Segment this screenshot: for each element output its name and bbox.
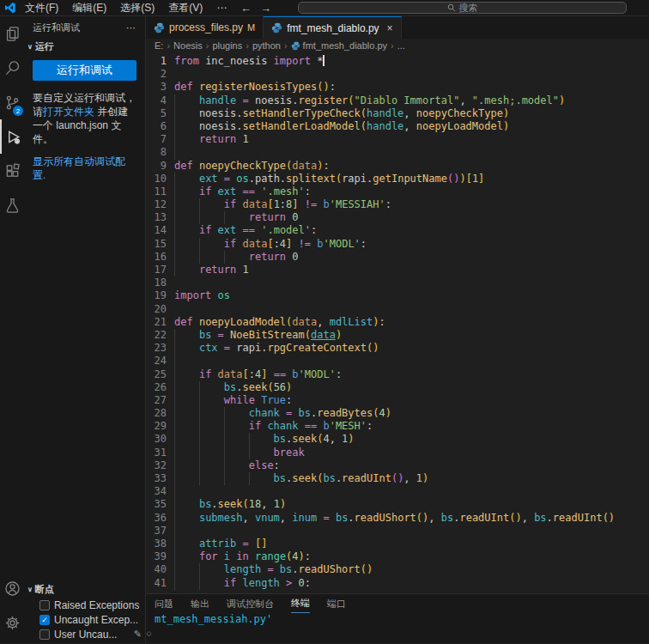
breadcrumb-item[interactable]: Noesis bbox=[173, 40, 203, 51]
code-line[interactable]: 27 while True: bbox=[146, 394, 649, 407]
code-line[interactable]: 40 length = bs.readUShort() bbox=[146, 563, 649, 576]
code-line[interactable]: 35 bs.seek(18, 1) bbox=[146, 498, 649, 511]
code-line[interactable]: 10 ext = os.path.splitext(rapi.getInputN… bbox=[146, 173, 649, 185]
panel-tab-problems[interactable]: 问题 bbox=[155, 594, 173, 613]
line-number[interactable]: 40 bbox=[146, 563, 167, 576]
code-line[interactable]: 16 return 0 bbox=[146, 251, 649, 264]
search-sidebar-icon[interactable] bbox=[0, 51, 24, 85]
code-line[interactable]: 26 bs.seek(56) bbox=[146, 381, 649, 394]
line-number[interactable]: 35 bbox=[146, 498, 167, 511]
checkbox-uncaught-exceptions[interactable]: ✓ bbox=[39, 615, 50, 625]
line-number[interactable]: 21 bbox=[146, 316, 167, 329]
menu-edit[interactable]: 编辑(E) bbox=[65, 1, 113, 15]
line-number[interactable]: 28 bbox=[146, 407, 167, 420]
source-control-icon[interactable]: 2 bbox=[0, 85, 24, 119]
code-line[interactable]: 28 chank = bs.readBytes(4) bbox=[146, 407, 649, 420]
line-number[interactable]: 13 bbox=[146, 211, 167, 224]
checkbox-raised-exceptions[interactable] bbox=[39, 600, 50, 611]
breakpoint-row-uncaught-exceptions[interactable]: ✓ Uncaught Excep... bbox=[24, 612, 145, 627]
line-number[interactable]: 31 bbox=[146, 447, 167, 459]
back-icon[interactable]: ← bbox=[240, 2, 252, 15]
code-line[interactable]: 12 if data[1:8] != b'MESSIAH': bbox=[146, 198, 649, 211]
breakpoint-row-user-uncaught[interactable]: User Uncau... ✎ bbox=[24, 627, 145, 641]
line-number[interactable]: 2 bbox=[146, 68, 167, 81]
tab-fmt-mesh-diablo[interactable]: fmt_mesh_diablo.py × bbox=[264, 16, 401, 39]
settings-gear-icon[interactable] bbox=[0, 605, 24, 640]
code-line[interactable]: 39 for i in range(4): bbox=[146, 550, 649, 563]
code-line[interactable]: 38 attrib = [] bbox=[146, 538, 649, 550]
line-number[interactable]: 19 bbox=[146, 289, 167, 302]
edit-pencil-icon[interactable]: ✎ bbox=[134, 629, 142, 640]
line-number[interactable]: 27 bbox=[146, 394, 167, 407]
line-number[interactable]: 26 bbox=[146, 381, 167, 394]
command-decoration-icon[interactable]: ○ bbox=[147, 627, 151, 640]
line-number[interactable]: 6 bbox=[146, 120, 167, 133]
line-number[interactable]: 25 bbox=[146, 368, 167, 381]
run-and-debug-button[interactable]: 运行和调试 bbox=[33, 60, 136, 81]
code-line[interactable]: 4 handle = noesis.register("Diablo Immor… bbox=[146, 94, 649, 107]
line-number[interactable]: 24 bbox=[146, 355, 167, 368]
terminal[interactable]: mt_mesh_messiah.py' ○ PS E:\Noesis\plugi… bbox=[146, 613, 649, 644]
code-line[interactable]: 19import os bbox=[146, 289, 649, 302]
menu-overflow[interactable]: ⋯ bbox=[209, 2, 234, 14]
menu-file[interactable]: 文件(F) bbox=[18, 1, 65, 15]
line-number[interactable]: 16 bbox=[146, 251, 167, 264]
account-icon[interactable] bbox=[0, 571, 24, 605]
run-section-header[interactable]: ∨ 运行 bbox=[24, 39, 145, 55]
line-number[interactable]: 34 bbox=[146, 485, 167, 498]
code-line[interactable]: 15 if data[:4] != b'MODL': bbox=[146, 238, 649, 251]
code-line[interactable]: 22 bs = NoeBitStream(data) bbox=[146, 329, 649, 342]
line-number[interactable]: 1 bbox=[146, 55, 167, 68]
code-line[interactable]: 34 bbox=[146, 485, 649, 498]
line-number[interactable]: 38 bbox=[146, 538, 167, 550]
code-line[interactable]: 23 ctx = rapi.rpgCreateContext() bbox=[146, 342, 649, 355]
line-number[interactable]: 41 bbox=[146, 577, 167, 590]
panel-tab-debug-console[interactable]: 调试控制台 bbox=[227, 594, 274, 613]
code-line[interactable]: 2 bbox=[146, 68, 649, 81]
line-number[interactable]: 12 bbox=[146, 198, 167, 211]
code-line[interactable]: 8 bbox=[146, 146, 649, 159]
line-number[interactable]: 37 bbox=[146, 525, 167, 538]
line-number[interactable]: 33 bbox=[146, 472, 167, 485]
open-folder-link[interactable]: 打开文件夹 bbox=[43, 106, 94, 118]
sidebar-more-actions-icon[interactable]: ⋯ bbox=[126, 22, 136, 33]
line-number[interactable]: 7 bbox=[146, 133, 167, 146]
breadcrumb-item[interactable]: ... bbox=[397, 40, 405, 51]
breadcrumb-item[interactable]: python bbox=[252, 40, 281, 51]
panel-tab-terminal[interactable]: 终端 bbox=[291, 594, 310, 613]
breadcrumb-item[interactable]: E: bbox=[155, 40, 163, 51]
code-line[interactable]: 9def noepyCheckType(data): bbox=[146, 160, 649, 173]
line-number[interactable]: 9 bbox=[146, 160, 167, 173]
code-line[interactable]: 37 bbox=[146, 525, 649, 538]
code-line[interactable]: 13 return 0 bbox=[146, 211, 649, 224]
code-line[interactable]: 20 bbox=[146, 303, 649, 316]
line-number[interactable]: 15 bbox=[146, 238, 167, 251]
line-number[interactable]: 36 bbox=[146, 512, 167, 525]
code-editor[interactable]: 1from inc_noesis import *23def registerN… bbox=[146, 52, 649, 593]
code-line[interactable]: 30 bs.seek(4, 1) bbox=[146, 433, 649, 446]
code-line[interactable]: 25 if data[:4] == b'MODL': bbox=[146, 368, 649, 381]
line-number[interactable]: 10 bbox=[146, 173, 167, 185]
code-line[interactable]: 1from inc_noesis import * bbox=[146, 55, 649, 68]
code-line[interactable]: 14 if ext == '.model': bbox=[146, 224, 649, 237]
line-number[interactable]: 23 bbox=[146, 342, 167, 355]
code-line[interactable]: 5 noesis.setHandlerTypeCheck(handle, noe… bbox=[146, 107, 649, 120]
testing-icon[interactable] bbox=[0, 188, 24, 222]
tab-close-icon[interactable]: × bbox=[387, 22, 393, 34]
line-number[interactable]: 14 bbox=[146, 224, 167, 237]
line-number[interactable]: 29 bbox=[146, 420, 167, 433]
code-line[interactable]: 7 return 1 bbox=[146, 133, 649, 146]
explorer-icon[interactable] bbox=[0, 16, 24, 51]
code-line[interactable]: 21def noepyLoadModel(data, mdlList): bbox=[146, 316, 649, 329]
code-line[interactable]: 24 bbox=[146, 355, 649, 368]
line-number[interactable]: 17 bbox=[146, 264, 167, 276]
command-center-search[interactable]: 搜索 bbox=[298, 2, 627, 14]
code-line[interactable]: 31 break bbox=[146, 447, 649, 459]
line-number[interactable]: 39 bbox=[146, 550, 167, 563]
menu-view[interactable]: 查看(V) bbox=[161, 1, 209, 15]
line-number[interactable]: 22 bbox=[146, 329, 167, 342]
code-line[interactable]: 36 submesh, vnum, inum = bs.readUShort()… bbox=[146, 512, 649, 525]
forward-icon[interactable]: → bbox=[260, 2, 271, 15]
breadcrumb-item-file[interactable]: fmt_mesh_diablo.py bbox=[291, 40, 387, 51]
show-all-debug-configs-link[interactable]: 显示所有自动调试配置. bbox=[33, 155, 125, 181]
